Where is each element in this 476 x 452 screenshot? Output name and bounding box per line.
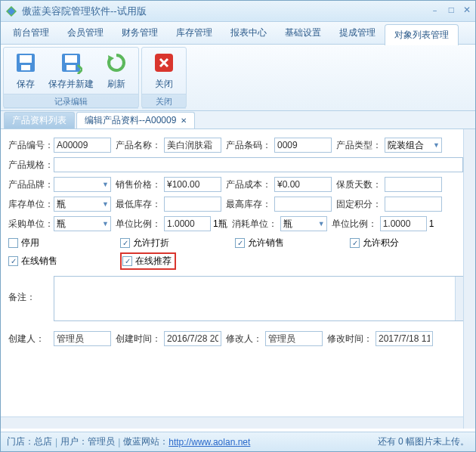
select-product-brand[interactable]: ▼ — [54, 177, 111, 192]
svg-rect-6 — [65, 55, 77, 63]
input-product-name[interactable] — [164, 138, 221, 153]
close-button[interactable]: 关闭 — [145, 51, 183, 91]
chevron-down-icon: ▼ — [433, 141, 440, 149]
input-unit-ratio1[interactable] — [164, 216, 211, 231]
label-create-time: 创建时间： — [116, 333, 161, 345]
checkbox-icon: ✓ — [350, 238, 360, 248]
checkbox-disabled[interactable]: ✓停用 — [8, 237, 120, 249]
checkbox-icon: ✓ — [8, 256, 18, 266]
label-min-stock: 最低库存： — [116, 198, 161, 211]
label-product-cost: 产品成本： — [226, 178, 271, 191]
label-modify-time: 修改时间： — [327, 333, 372, 345]
status-store-label: 门店： — [7, 435, 34, 448]
menu-item-member[interactable]: 会员管理 — [58, 22, 113, 44]
checkbox-allow-points[interactable]: ✓允许积分 — [350, 237, 399, 249]
label-fixed-points: 固定积分： — [336, 198, 382, 211]
checkbox-allow-sale[interactable]: ✓允许销售 — [235, 237, 350, 249]
input-product-barcode[interactable] — [274, 138, 332, 153]
select-stock-unit[interactable]: 瓶▼ — [54, 197, 111, 212]
label-modifier: 修改人： — [226, 333, 262, 345]
input-product-cost[interactable] — [274, 177, 332, 192]
form-scrollbar-vertical[interactable] — [463, 129, 475, 429]
menu-item-stock[interactable]: 库存管理 — [167, 22, 221, 44]
tab-close-icon[interactable]: ✕ — [181, 116, 187, 125]
textarea-notes[interactable] — [54, 276, 468, 321]
menu-item-front[interactable]: 前台管理 — [4, 22, 58, 44]
close-window-button[interactable]: ✕ — [463, 5, 471, 17]
save-icon — [14, 51, 38, 75]
checkbox-online-recommend[interactable]: ✓在线推荐 — [122, 255, 172, 268]
label-max-stock: 最高库存： — [226, 198, 271, 211]
label-product-barcode: 产品条码： — [226, 139, 271, 152]
select-purchase-unit[interactable]: 瓶▼ — [54, 216, 111, 231]
label-unit-ratio2: 单位比例： — [332, 218, 377, 231]
input-min-stock[interactable] — [164, 197, 221, 212]
label-consume-unit: 消耗单位： — [232, 218, 277, 231]
select-consume-unit[interactable]: 瓶▼ — [280, 216, 327, 231]
checkbox-online-sale[interactable]: ✓在线销售 — [8, 255, 120, 268]
label-stock-unit: 库存单位： — [8, 198, 51, 211]
refresh-icon — [104, 51, 128, 75]
ribbon-group-close: 关闭 关闭 — [141, 47, 187, 108]
svg-rect-4 — [21, 65, 30, 70]
status-site-link[interactable]: http://www.aolan.net — [168, 437, 250, 447]
document-tabs: 产品资料列表 编辑产品资料--A00009✕ — [1, 111, 475, 129]
input-fixed-points[interactable] — [385, 197, 442, 212]
window-buttons: ﹣ □ ✕ — [431, 5, 471, 17]
label-product-spec: 产品规格： — [8, 159, 51, 172]
label-product-type: 产品类型： — [336, 139, 382, 152]
menu-item-finance[interactable]: 财务管理 — [113, 22, 167, 44]
menu-bar: 前台管理 会员管理 财务管理 库存管理 报表中心 基础设置 提成管理 对象列表管… — [1, 22, 475, 45]
status-bar: 门店： 总店 | 用户： 管理员 | 傲蓝网站： http://www.aola… — [1, 432, 475, 451]
tab-product-list[interactable]: 产品资料列表 — [4, 112, 75, 128]
menu-item-commission[interactable]: 提成管理 — [330, 22, 385, 44]
input-product-spec[interactable] — [54, 157, 463, 172]
close-icon — [152, 51, 176, 75]
checkbox-allow-discount[interactable]: ✓允许打折 — [120, 237, 235, 249]
form-scrollbar-horizontal[interactable] — [1, 416, 463, 429]
minimize-button[interactable]: ﹣ — [431, 5, 440, 17]
refresh-button[interactable]: 刷新 — [97, 51, 135, 91]
input-product-code[interactable] — [54, 138, 111, 153]
input-shelf-days[interactable] — [385, 177, 442, 192]
ratio-suffix1: 1瓶 — [213, 218, 227, 231]
status-store: 总店 — [34, 435, 52, 448]
menu-item-object-list[interactable]: 对象列表管理 — [385, 24, 459, 45]
label-unit-ratio1: 单位比例： — [116, 218, 161, 231]
tab-edit-product[interactable]: 编辑产品资料--A00009✕ — [76, 112, 195, 128]
label-creator: 创建人： — [8, 333, 51, 345]
ratio-suffix2: 1 — [429, 218, 434, 229]
input-modifier — [265, 331, 323, 346]
app-logo-icon — [5, 5, 17, 17]
input-sale-price[interactable] — [164, 177, 221, 192]
chevron-down-icon: ▼ — [102, 220, 109, 228]
save-button[interactable]: 保存 — [7, 51, 45, 91]
input-max-stock[interactable] — [274, 197, 332, 212]
ribbon-group-label-edit: 记录编辑 — [4, 94, 138, 109]
input-create-time — [164, 331, 221, 346]
highlighted-checkbox-wrapper: ✓在线推荐 — [120, 252, 176, 270]
window-title: 傲蓝美容院管理软件--试用版 — [22, 5, 431, 18]
select-product-type[interactable]: 院装组合▼ — [385, 138, 442, 153]
svg-rect-7 — [66, 65, 76, 70]
menu-item-report[interactable]: 报表中心 — [221, 22, 276, 44]
form-area: 产品编号： 产品名称： 产品条码： 产品类型：院装组合▼ 产品规格： 产品品牌：… — [1, 129, 475, 429]
checkbox-icon: ✓ — [122, 256, 132, 266]
status-site-label: 傲蓝网站： — [123, 435, 168, 448]
chevron-down-icon: ▼ — [102, 181, 109, 188]
label-shelf-days: 保质天数： — [336, 178, 382, 191]
status-upload-text: 还有 0 幅图片未上传。 — [378, 435, 469, 448]
checkbox-icon: ✓ — [8, 238, 18, 248]
input-unit-ratio2[interactable] — [380, 216, 427, 231]
ribbon-group-label-close: 关闭 — [142, 94, 186, 109]
status-user-label: 用户： — [60, 435, 88, 448]
maximize-button[interactable]: □ — [449, 5, 454, 17]
input-creator — [54, 331, 111, 346]
menu-item-basic[interactable]: 基础设置 — [276, 22, 330, 44]
input-modify-time — [376, 331, 433, 346]
label-product-code: 产品编号： — [8, 139, 51, 152]
save-and-new-button[interactable]: 保存并新建 — [48, 51, 94, 91]
checkbox-icon: ✓ — [235, 238, 245, 248]
label-sale-price: 销售价格： — [116, 178, 161, 191]
chevron-down-icon: ▼ — [102, 200, 109, 208]
